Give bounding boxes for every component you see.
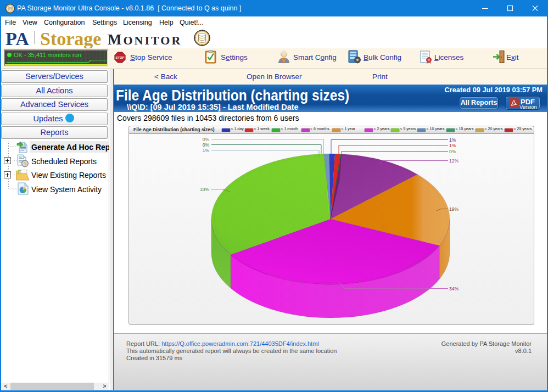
svg-text:34%: 34%: [449, 286, 458, 292]
svg-text:STOP: STOP: [115, 56, 124, 59]
svg-text:0%: 0%: [203, 137, 210, 142]
svg-text:33%: 33%: [200, 187, 209, 192]
svg-text:19%: 19%: [449, 206, 458, 212]
svg-text:0%: 0%: [449, 149, 456, 154]
svg-text:1%: 1%: [449, 143, 456, 148]
svg-text:OK - 35,411 monitors run: OK - 35,411 monitors run: [14, 52, 81, 58]
svg-text:1%: 1%: [449, 137, 456, 143]
svg-text:0%: 0%: [203, 142, 210, 148]
svg-text:1%: 1%: [203, 148, 210, 153]
svg-text:12%: 12%: [449, 158, 458, 164]
